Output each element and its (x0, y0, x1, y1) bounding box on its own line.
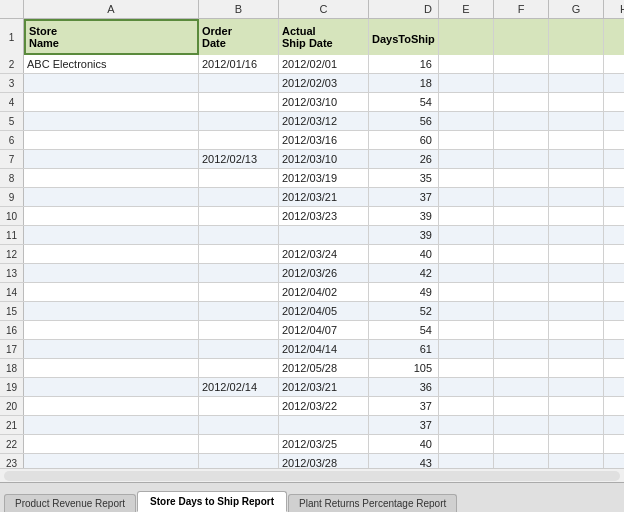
cell-g[interactable] (549, 340, 604, 358)
cell-e[interactable] (439, 302, 494, 320)
cell-a[interactable]: ABC Electronics (24, 55, 199, 73)
cell-b[interactable]: 2012/02/13 (199, 150, 279, 168)
cell-a[interactable] (24, 150, 199, 168)
cell-e[interactable] (439, 340, 494, 358)
cell-h[interactable] (604, 283, 624, 301)
cell-g[interactable] (549, 359, 604, 377)
cell-h[interactable] (604, 55, 624, 73)
cell-b[interactable] (199, 245, 279, 263)
cell-e[interactable] (439, 264, 494, 282)
cell-a[interactable] (24, 302, 199, 320)
cell-e[interactable] (439, 454, 494, 468)
cell-a[interactable] (24, 93, 199, 111)
cell-b[interactable] (199, 416, 279, 434)
cell-e[interactable] (439, 131, 494, 149)
cell-g1[interactable] (549, 19, 604, 55)
cell-c[interactable]: 2012/04/02 (279, 283, 369, 301)
cell-d[interactable]: 26 (369, 150, 439, 168)
cell-h[interactable] (604, 188, 624, 206)
cell-f[interactable] (494, 435, 549, 453)
cell-h1[interactable] (604, 19, 624, 55)
cell-e[interactable] (439, 245, 494, 263)
cell-f1[interactable] (494, 19, 549, 55)
cell-f[interactable] (494, 150, 549, 168)
cell-d[interactable]: 42 (369, 264, 439, 282)
cell-g[interactable] (549, 131, 604, 149)
cell-h[interactable] (604, 131, 624, 149)
cell-e1[interactable] (439, 19, 494, 55)
cell-h[interactable] (604, 245, 624, 263)
cell-f[interactable] (494, 454, 549, 468)
cell-c[interactable] (279, 416, 369, 434)
cell-d[interactable]: 37 (369, 397, 439, 415)
cell-g[interactable] (549, 454, 604, 468)
cell-e[interactable] (439, 55, 494, 73)
cell-d[interactable]: 49 (369, 283, 439, 301)
cell-c[interactable]: 2012/03/23 (279, 207, 369, 225)
cell-a[interactable] (24, 397, 199, 415)
col-header-b[interactable]: B (199, 0, 279, 18)
cell-e[interactable] (439, 93, 494, 111)
cell-h[interactable] (604, 435, 624, 453)
cell-d[interactable]: 43 (369, 454, 439, 468)
cell-b[interactable] (199, 188, 279, 206)
cell-c[interactable]: 2012/03/10 (279, 150, 369, 168)
cell-c[interactable]: 2012/03/16 (279, 131, 369, 149)
cell-e[interactable] (439, 74, 494, 92)
cell-a[interactable] (24, 359, 199, 377)
cell-c[interactable]: 2012/04/05 (279, 302, 369, 320)
cell-h[interactable] (604, 93, 624, 111)
cell-a[interactable] (24, 435, 199, 453)
cell-h[interactable] (604, 226, 624, 244)
cell-c[interactable]: 2012/03/10 (279, 93, 369, 111)
cell-b[interactable] (199, 226, 279, 244)
cell-b[interactable] (199, 283, 279, 301)
cell-h[interactable] (604, 74, 624, 92)
cell-c[interactable]: 2012/02/03 (279, 74, 369, 92)
cell-e[interactable] (439, 321, 494, 339)
cell-g[interactable] (549, 264, 604, 282)
cell-b[interactable] (199, 435, 279, 453)
cell-h[interactable] (604, 112, 624, 130)
cell-b[interactable] (199, 93, 279, 111)
cell-f[interactable] (494, 378, 549, 396)
cell-a[interactable] (24, 283, 199, 301)
cell-b[interactable]: 2012/02/14 (199, 378, 279, 396)
col-header-h[interactable]: H (604, 0, 624, 18)
cell-d[interactable]: 54 (369, 321, 439, 339)
cell-e[interactable] (439, 169, 494, 187)
cell-g[interactable] (549, 397, 604, 415)
cell-g[interactable] (549, 416, 604, 434)
cell-h[interactable] (604, 207, 624, 225)
cell-f[interactable] (494, 112, 549, 130)
cell-d[interactable]: 61 (369, 340, 439, 358)
cell-e[interactable] (439, 188, 494, 206)
cell-c[interactable]: 2012/03/12 (279, 112, 369, 130)
cell-e[interactable] (439, 378, 494, 396)
cell-c[interactable]: 2012/03/19 (279, 169, 369, 187)
cell-d1[interactable]: DaysToShip (369, 19, 439, 55)
cell-b[interactable] (199, 74, 279, 92)
cell-h[interactable] (604, 321, 624, 339)
cell-f[interactable] (494, 302, 549, 320)
cell-a[interactable] (24, 245, 199, 263)
cell-c[interactable] (279, 226, 369, 244)
cell-d[interactable]: 18 (369, 74, 439, 92)
cell-b[interactable] (199, 207, 279, 225)
cell-a[interactable] (24, 169, 199, 187)
cell-c[interactable]: 2012/02/01 (279, 55, 369, 73)
cell-g[interactable] (549, 169, 604, 187)
cell-e[interactable] (439, 359, 494, 377)
cell-f[interactable] (494, 340, 549, 358)
cell-g[interactable] (549, 74, 604, 92)
cell-g[interactable] (549, 245, 604, 263)
cell-d[interactable]: 105 (369, 359, 439, 377)
cell-f[interactable] (494, 416, 549, 434)
cell-b[interactable] (199, 169, 279, 187)
cell-c[interactable]: 2012/03/25 (279, 435, 369, 453)
cell-e[interactable] (439, 207, 494, 225)
cell-h[interactable] (604, 454, 624, 468)
cell-b[interactable] (199, 131, 279, 149)
cell-g[interactable] (549, 283, 604, 301)
cell-d[interactable]: 16 (369, 55, 439, 73)
